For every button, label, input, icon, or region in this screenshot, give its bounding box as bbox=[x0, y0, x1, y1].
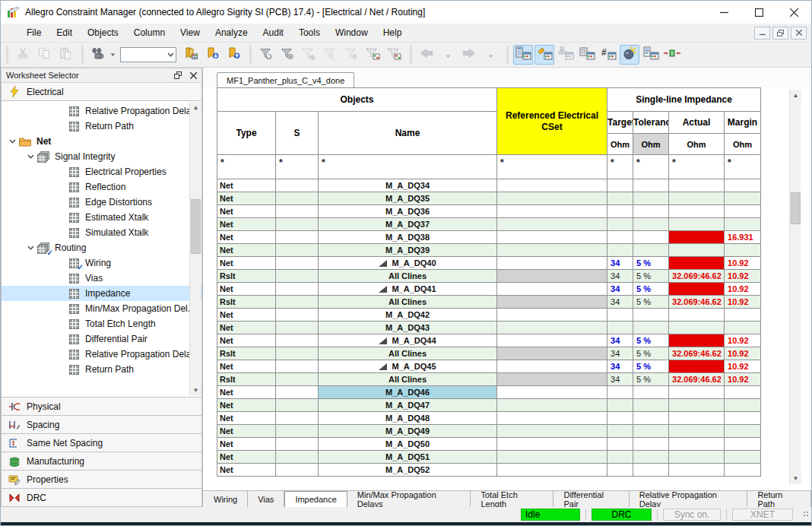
cell-margin[interactable]: 10.92 bbox=[725, 270, 761, 283]
menu-edit[interactable]: Edit bbox=[49, 25, 80, 40]
section-same-net-spacing[interactable]: Same Net Spacing bbox=[1, 434, 202, 452]
cell-s[interactable] bbox=[276, 399, 319, 412]
section-physical[interactable]: Physical bbox=[1, 398, 202, 416]
cell-tolerance[interactable]: 5 % bbox=[633, 270, 669, 283]
cell-actual[interactable] bbox=[669, 334, 725, 347]
find-objects-button[interactable] bbox=[88, 45, 108, 65]
margin-column-header[interactable]: Margin bbox=[725, 112, 761, 134]
cell-s[interactable] bbox=[276, 438, 319, 451]
cell-type[interactable]: Net bbox=[217, 179, 276, 192]
tree-item-reflection[interactable]: Reflection bbox=[2, 179, 201, 195]
cell-type[interactable]: Net bbox=[217, 334, 276, 347]
bookmark-next-button[interactable] bbox=[202, 45, 222, 65]
cell-type[interactable]: Net bbox=[217, 412, 276, 425]
cell-s[interactable] bbox=[276, 205, 319, 218]
cell-type[interactable]: Net bbox=[217, 257, 276, 270]
cell-type[interactable]: Net bbox=[217, 205, 276, 218]
cell-margin[interactable] bbox=[725, 218, 761, 231]
tab-return-path[interactable]: Return Path bbox=[747, 491, 811, 507]
cell-referenced-cset[interactable] bbox=[497, 322, 607, 334]
bookmark-previous-button[interactable] bbox=[224, 45, 243, 65]
cell-tolerance[interactable] bbox=[633, 412, 669, 425]
cell-target[interactable]: 34 bbox=[607, 360, 633, 373]
tree-expander-icon[interactable] bbox=[24, 154, 36, 159]
cell-tolerance[interactable]: 5 % bbox=[633, 296, 669, 309]
tree-item-electrical-properties[interactable]: Electrical Properties bbox=[2, 164, 201, 179]
cell-s[interactable] bbox=[276, 425, 319, 438]
cell-tolerance[interactable]: 5 % bbox=[633, 360, 669, 373]
cell-margin[interactable] bbox=[725, 205, 761, 218]
cell-margin[interactable]: 16.931 bbox=[725, 231, 761, 244]
expand-triangle-icon[interactable] bbox=[379, 260, 387, 267]
cell-referenced-cset[interactable] bbox=[497, 270, 607, 283]
cell-actual[interactable] bbox=[669, 425, 725, 438]
tree-item-signal-integrity[interactable]: Signal Integrity bbox=[2, 149, 201, 164]
tree-scroll-thumb[interactable] bbox=[191, 199, 201, 254]
cell-actual[interactable] bbox=[669, 257, 725, 270]
filter-cell-name[interactable]: * bbox=[319, 155, 497, 179]
cell-name[interactable]: M_A_DQ48 bbox=[319, 412, 497, 425]
cell-actual[interactable] bbox=[669, 244, 725, 257]
cell-type[interactable]: Rslt bbox=[217, 373, 276, 386]
cell-type[interactable]: Rslt bbox=[217, 347, 276, 360]
cell-target[interactable] bbox=[607, 425, 633, 438]
tab-min-max-propagation-delays[interactable]: Min/Max Propagation Delays bbox=[347, 491, 471, 507]
cell-type[interactable]: Net bbox=[217, 360, 276, 373]
menu-objects[interactable]: Objects bbox=[80, 25, 126, 40]
cell-s[interactable] bbox=[276, 412, 319, 425]
cell-type[interactable]: Rslt bbox=[217, 270, 276, 283]
cell-margin[interactable]: 10.92 bbox=[725, 360, 761, 373]
cell-s[interactable] bbox=[276, 451, 319, 464]
analysis-mode-button[interactable] bbox=[620, 45, 639, 65]
cell-margin[interactable] bbox=[725, 451, 761, 464]
cell-tolerance[interactable] bbox=[633, 464, 669, 477]
tree-item-estimated-xtalk[interactable]: Estimated Xtalk bbox=[2, 210, 201, 225]
cell-name[interactable]: M_A_DQ46 bbox=[319, 386, 497, 399]
child-restore-button[interactable] bbox=[772, 27, 788, 40]
cell-s[interactable] bbox=[276, 309, 319, 322]
table-scroll-up-icon[interactable]: ▲ bbox=[790, 90, 801, 101]
type-column-header[interactable]: Type bbox=[217, 112, 276, 155]
cell-type[interactable]: Rslt bbox=[217, 296, 276, 309]
table-scroll-down-icon[interactable]: ▼ bbox=[790, 473, 801, 484]
menu-tools[interactable]: Tools bbox=[291, 25, 328, 40]
tree-item-impedance[interactable]: Impedance bbox=[2, 286, 201, 301]
cell-target[interactable]: 34 bbox=[607, 257, 633, 270]
cell-s[interactable] bbox=[276, 270, 319, 283]
tree-expander-icon[interactable] bbox=[24, 246, 36, 250]
cell-tolerance[interactable] bbox=[633, 192, 669, 205]
cell-tolerance[interactable] bbox=[633, 425, 669, 438]
cell-referenced-cset[interactable] bbox=[497, 399, 607, 412]
table-scrollbar[interactable]: ▲ ▼ bbox=[789, 90, 801, 484]
cell-name[interactable]: M_A_DQ38 bbox=[319, 231, 497, 244]
impedance-group-header[interactable]: Single-line Impedance bbox=[607, 88, 761, 112]
cell-referenced-cset[interactable] bbox=[497, 309, 607, 322]
tab-total-etch-length[interactable]: Total Etch Length bbox=[471, 491, 553, 507]
cell-margin[interactable] bbox=[725, 309, 761, 322]
cell-referenced-cset[interactable] bbox=[497, 425, 607, 438]
tab-impedance[interactable]: Impedance bbox=[284, 491, 347, 507]
cell-s[interactable] bbox=[276, 464, 319, 477]
cell-name[interactable]: M_A_DQ34 bbox=[319, 179, 497, 192]
tab-wiring[interactable]: Wiring bbox=[204, 491, 248, 507]
cset-column-header[interactable]: Referenced Electrical CSet bbox=[497, 88, 607, 155]
cell-actual[interactable] bbox=[669, 179, 725, 192]
cell-margin[interactable]: 10.92 bbox=[725, 283, 761, 296]
cell-s[interactable] bbox=[276, 231, 319, 244]
cell-tolerance[interactable] bbox=[633, 322, 669, 334]
child-close-button[interactable] bbox=[791, 27, 807, 40]
expand-triangle-icon[interactable] bbox=[379, 337, 387, 344]
cell-actual[interactable]: 32.069:46.62 bbox=[669, 347, 725, 360]
cell-name[interactable]: All Clines bbox=[319, 296, 497, 309]
cell-actual[interactable]: 32.069:46.62 bbox=[669, 270, 725, 283]
cell-actual[interactable] bbox=[669, 218, 725, 231]
cell-actual[interactable]: 32.069:46.62 bbox=[669, 296, 725, 309]
cell-name[interactable]: M_A_DQ52 bbox=[319, 464, 497, 477]
chevron-down-icon[interactable] bbox=[165, 52, 176, 57]
cell-margin[interactable]: 10.92 bbox=[725, 373, 761, 386]
child-minimize-button[interactable] bbox=[754, 27, 770, 40]
tab-differential-pair[interactable]: Differential Pair bbox=[553, 491, 629, 507]
filter-cell-target[interactable]: * bbox=[607, 155, 633, 179]
cell-referenced-cset[interactable] bbox=[497, 244, 607, 257]
menu-analyze[interactable]: Analyze bbox=[208, 25, 255, 40]
